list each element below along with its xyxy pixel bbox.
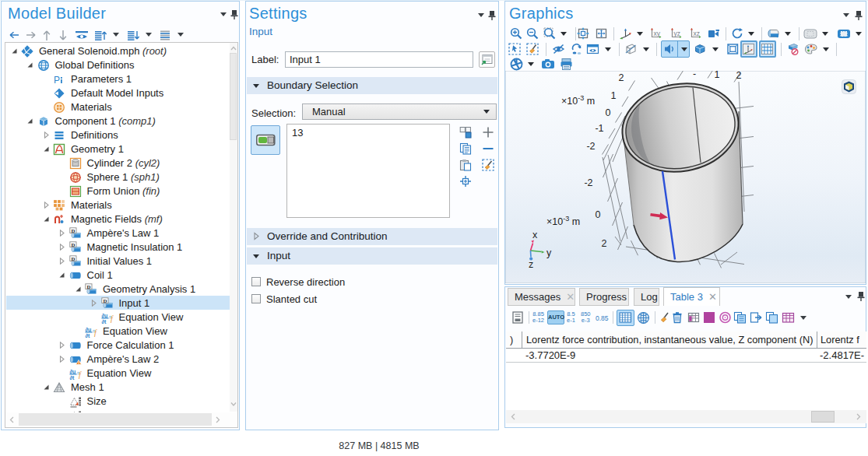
svg-text:xy: xy xyxy=(654,30,661,37)
svg-text:yz: yz xyxy=(674,30,681,37)
svg-text:2: 2 xyxy=(602,238,607,249)
svg-text:P: P xyxy=(54,74,60,85)
svg-text:∂u: ∂u xyxy=(101,312,107,317)
svg-text:1: 1 xyxy=(715,71,720,80)
svg-text:∂t: ∂t xyxy=(101,319,106,324)
svg-text:z: z xyxy=(529,259,533,270)
svg-text:x: x xyxy=(532,230,538,240)
svg-text:∂u: ∂u xyxy=(86,326,92,331)
svg-text:1: 1 xyxy=(611,90,617,101)
svg-text:0: 0 xyxy=(606,107,611,118)
svg-text:∂t: ∂t xyxy=(86,333,90,338)
svg-text:-2: -2 xyxy=(584,177,592,188)
svg-text:f: f xyxy=(94,328,97,336)
svg-text:∂u: ∂u xyxy=(69,368,76,374)
svg-text:f: f xyxy=(79,370,82,378)
svg-text:-2: -2 xyxy=(586,141,595,152)
svg-text:D: D xyxy=(87,283,91,289)
svg-text:D: D xyxy=(103,297,107,303)
svg-text:y: y xyxy=(546,247,552,258)
svg-text:D: D xyxy=(71,255,75,261)
svg-text:-1: -1 xyxy=(595,123,603,134)
svg-text:xz: xz xyxy=(694,30,701,37)
svg-text:2: 2 xyxy=(619,72,624,83)
svg-text:∂t: ∂t xyxy=(69,375,74,380)
svg-text:D: D xyxy=(71,241,75,247)
svg-text:-: - xyxy=(693,71,696,79)
svg-text:2: 2 xyxy=(736,71,742,81)
svg-text:0: 0 xyxy=(596,209,601,220)
svg-text:D: D xyxy=(71,227,75,233)
svg-text:f: f xyxy=(111,314,114,322)
